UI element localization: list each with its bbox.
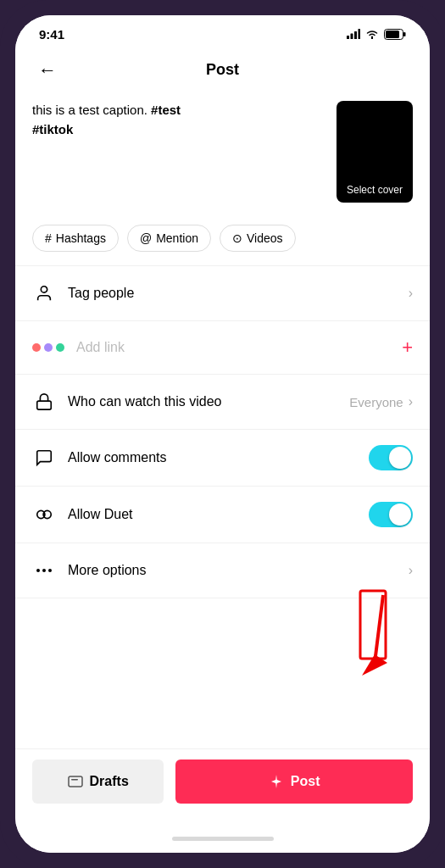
arrow-annotation [328,587,396,683]
three-dots-icon [36,569,52,572]
allow-comments-label: Allow comments [68,450,369,465]
allow-comments-item: Allow comments [15,430,430,486]
videos-tag[interactable]: ⊙ Videos [220,225,296,252]
drafts-button[interactable]: Drafts [32,760,164,804]
bottom-bar: Drafts Post [15,748,430,824]
svg-rect-14 [69,776,82,787]
status-time: 9:41 [39,27,64,42]
toggle-knob-duet [389,504,411,526]
more-options-label: More options [68,563,409,578]
svg-point-7 [41,287,47,292]
dot-green [56,343,64,352]
videos-label: Videos [247,231,283,245]
sparkle-icon [269,774,284,789]
allow-duet-item: Allow Duet [15,487,430,542]
status-bar: 9:41 [15,15,430,53]
phone-screen: 9:41 [15,15,430,853]
comments-icon [32,446,56,470]
select-cover-label: Select cover [347,184,403,196]
allow-duet-toggle[interactable] [369,502,413,527]
arrow-area [15,598,430,683]
hashtag-icon: # [45,231,52,245]
mention-label: Mention [156,231,198,245]
back-button[interactable]: ← [32,55,63,86]
svg-line-11 [375,595,383,663]
header: ← Post [15,53,430,87]
svg-rect-6 [386,31,399,38]
duet-icon [32,503,56,526]
add-link-item[interactable]: Add link + [15,321,430,374]
svg-rect-2 [354,31,357,39]
allow-duet-label: Allow Duet [68,507,369,522]
caption-text: this is a test caption. #test#tiktok [32,101,323,139]
tag-people-chevron-icon: › [409,286,413,301]
tags-row: # Hashtags @ Mention ⊙ Videos [15,216,430,265]
add-link-label: Add link [76,340,402,355]
drafts-label: Drafts [90,774,129,789]
post-label: Post [291,774,320,789]
video-thumbnail[interactable]: Select cover [337,101,413,203]
mention-icon: @ [140,231,152,245]
home-bar [172,837,274,841]
svg-rect-3 [359,29,361,39]
toggle-knob [389,447,411,469]
svg-rect-15 [71,779,78,781]
dot-3 [48,569,52,572]
post-button[interactable]: Post [175,760,413,804]
dot-1 [36,569,40,572]
svg-rect-0 [347,36,349,39]
more-options-icon [32,559,56,582]
status-icons [347,29,406,40]
battery-icon [384,29,406,40]
home-indicator [15,824,430,853]
plus-icon: + [402,337,413,359]
mention-tag[interactable]: @ Mention [127,225,211,252]
caption-section: this is a test caption. #test#tiktok Sel… [15,87,430,216]
dot-red [32,343,41,352]
allow-comments-toggle[interactable] [369,445,413,470]
play-icon: ⊙ [232,231,242,245]
content-area: this is a test caption. #test#tiktok Sel… [15,87,430,748]
red-arrow-svg [328,587,396,680]
wifi-icon [365,29,379,39]
svg-rect-1 [351,34,353,40]
who-can-watch-value: Everyone [349,395,403,409]
more-options-chevron-icon: › [409,563,413,578]
tag-people-item[interactable]: Tag people › [15,266,430,320]
who-can-watch-label: Who can watch this video [68,394,349,409]
add-link-dots-icon [32,343,64,352]
phone-frame: 9:41 [0,0,445,868]
dot-purple [44,343,53,352]
who-can-watch-chevron-icon: › [409,394,413,409]
dot-2 [42,569,46,572]
svg-rect-8 [37,401,52,409]
lock-icon [32,390,56,414]
svg-rect-5 [403,32,406,36]
hashtags-tag[interactable]: # Hashtags [32,225,119,252]
person-icon [32,281,56,305]
page-title: Post [206,61,239,79]
tag-people-label: Tag people [68,286,409,301]
hashtags-label: Hashtags [56,231,106,245]
back-arrow-icon: ← [38,59,57,81]
who-can-watch-item[interactable]: Who can watch this video Everyone › [15,375,430,429]
drafts-icon [68,776,83,787]
signal-icon [347,29,360,39]
